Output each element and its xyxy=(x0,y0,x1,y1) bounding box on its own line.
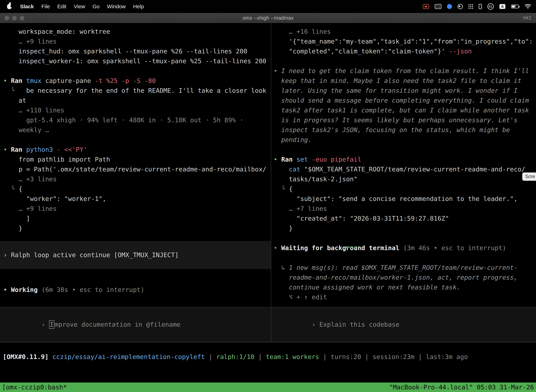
prompt-input-right[interactable]: › Explain this codebase xyxy=(271,307,536,342)
terminal-line: } xyxy=(3,223,271,233)
prompt-chevron-icon: › xyxy=(42,321,49,328)
terminal-line: } xyxy=(274,223,536,233)
terminal-line: workspace_mode: worktree xyxy=(3,27,271,37)
tmux-panes: workspace_mode: worktree … +9 lines insp… xyxy=(0,23,536,342)
menu-view[interactable]: View xyxy=(70,4,89,9)
screen-recording-dot xyxy=(425,6,427,7)
keyboard-icon[interactable] xyxy=(435,4,441,9)
close-button[interactable] xyxy=(5,16,9,20)
wifi-icon[interactable] xyxy=(524,4,531,9)
menu-edit[interactable]: Edit xyxy=(54,4,70,9)
menubar-status-icons: 61 A xyxy=(423,3,531,10)
blue-app-icon[interactable] xyxy=(447,4,452,9)
input-source-icon[interactable]: A xyxy=(499,4,505,9)
terminal-line: └ { xyxy=(274,184,536,194)
terminal-scrollback-left: workspace_mode: worktree … +9 lines insp… xyxy=(3,27,271,233)
terminal-line xyxy=(274,145,536,154)
terminal-line: └ { xyxy=(3,184,271,194)
apple-logo-icon[interactable] xyxy=(7,4,12,9)
terminal-line xyxy=(3,66,271,76)
terminal-line: gpt-5.4 xhigh · 94% left · 488K in · 5.1… xyxy=(3,115,271,125)
zoom-button[interactable] xyxy=(20,16,24,20)
terminal-line: from pathlib import Path xyxy=(3,154,271,164)
battery-nub xyxy=(519,6,520,8)
terminal-line: … +9 lines xyxy=(3,204,271,214)
terminal-line xyxy=(274,253,536,263)
menu-go[interactable]: Go xyxy=(89,4,103,9)
menu-window[interactable]: Window xyxy=(103,4,129,9)
percent-badge-icon[interactable]: 61 xyxy=(488,3,494,10)
terminal-line: "worker": "worker-1", xyxy=(3,194,271,204)
menu-app-name[interactable]: Slack xyxy=(16,4,38,9)
menu-file[interactable]: File xyxy=(38,4,53,9)
macos-menu-bar: Slack File Edit View Go Window Help 61 A xyxy=(0,0,536,13)
terminal-line: weekly … xyxy=(3,125,271,135)
tmux-session-label: [omx-cczip0:bash* xyxy=(2,383,67,392)
spinner-dot xyxy=(346,246,348,248)
terminal-line: "created_at": "2026-03-31T11:59:27.816Z" xyxy=(274,214,536,223)
spinner-dot xyxy=(354,246,356,248)
terminal-line: "subject": "send a concise recommendatio… xyxy=(274,194,536,204)
terminal-line: readme-and-reco/mailbox/worker-1.json, a… xyxy=(274,273,536,282)
input-text-right: Explain this codebase xyxy=(319,321,399,328)
omx-status-bar: [OMX#0.11.9] cczip/essay/ai-reimplementa… xyxy=(0,352,536,362)
terminal-line: at xyxy=(3,96,271,105)
terminal-line: cat "$OMX_TEAM_STATE_ROOT/team/review-cu… xyxy=(274,164,536,174)
terminal-line: inspect task2's JSON, focusing on the st… xyxy=(274,125,536,135)
terminal-pane-left[interactable]: workspace_mode: worktree … +9 lines insp… xyxy=(0,23,271,342)
terminal-line: • Ran python3 - <<'PY' xyxy=(3,145,271,154)
terminal-line: "completed","claim_token":"claim-token"}… xyxy=(274,46,536,56)
screen-capture-tooltip: Scre xyxy=(522,173,536,181)
menu-help[interactable]: Help xyxy=(129,4,148,9)
terminal-line: ⌥ + ↑ edit xyxy=(274,292,536,302)
terminal-line xyxy=(274,233,536,243)
terminal-line: … +16 lines xyxy=(274,27,536,37)
terminal-line: keep that in mind. Maybe I also need the… xyxy=(274,76,536,86)
terminal-line xyxy=(274,56,536,66)
terminal-line: continue assigned work or next feasible … xyxy=(274,282,536,292)
terminal-line: p = Path('.omx/state/team/review-current… xyxy=(3,164,271,174)
prompt-input-left[interactable]: › Improve documentation in @filename xyxy=(0,307,271,342)
terminal-line: tasks/task-2.json" xyxy=(274,174,536,184)
battery-icon[interactable] xyxy=(511,5,519,9)
terminal-line: └ be necessary for the end of the README… xyxy=(3,86,271,96)
tmux-status-bar: [omx-cczip0:bash* "MacBook-Pro-44.local"… xyxy=(0,383,536,392)
terminal-line: ↳ 1 new msg(s): read $OMX_TEAM_STATE_ROO… xyxy=(274,263,536,273)
terminal-line: inspect_worker-1: omx sparkshell --tmux-… xyxy=(3,56,271,66)
working-status: • Working (6m 38s • esc to interrupt) xyxy=(3,285,271,295)
terminal-line: should send a message before completing … xyxy=(274,96,536,105)
terminal-line: … +110 lines xyxy=(3,105,271,115)
terminal-line: '{"team_name":"my-team","task_id":"1","f… xyxy=(274,37,536,46)
window-shortcut-hint: ⌥⌘1 xyxy=(522,15,531,21)
prompt-chevron-icon: › xyxy=(312,321,319,328)
input-text-left: mprove documentation in @filename xyxy=(55,321,180,328)
apps-grid-icon[interactable] xyxy=(469,4,473,9)
terminal-line xyxy=(3,135,271,145)
terminal-line: pending. xyxy=(274,135,536,145)
terminal-line: … +7 lines xyxy=(274,204,536,214)
terminal-scrollback-right: … +16 lines '{"team_name":"my-team","tas… xyxy=(274,27,536,302)
phone-mirroring-icon[interactable] xyxy=(479,4,482,9)
disc-icon[interactable] xyxy=(458,4,463,9)
terminal-line: • Waiting for background terminal (3m 46… xyxy=(274,243,536,253)
text-cursor: I xyxy=(49,320,54,329)
terminal-line: … +9 lines xyxy=(3,37,271,46)
terminal-line: inspect_hud: omx sparkshell --tmux-pane … xyxy=(3,46,271,56)
terminal-pane-right[interactable]: … +16 lines '{"team_name":"my-team","tas… xyxy=(271,23,536,342)
screen-recording-icon[interactable] xyxy=(423,4,429,9)
minimize-button[interactable] xyxy=(12,16,17,20)
terminal-window: workspace_mode: worktree … +9 lines insp… xyxy=(0,23,536,392)
terminal-line: ] xyxy=(3,214,271,223)
terminal-line: • Ran set -euo pipefail xyxy=(274,154,536,164)
terminal-line: … +3 lines xyxy=(3,174,271,184)
tmux-host-clock: "MacBook-Pro-44.local" 05:03 31-Mar-26 xyxy=(389,383,534,392)
inject-banner-text: › Ralph loop active continue [OMX_TMUX_I… xyxy=(3,250,179,260)
terminal-line: is in progress? It seems likely but perh… xyxy=(274,115,536,125)
inject-banner: › Ralph loop active continue [OMX_TMUX_I… xyxy=(0,241,271,269)
window-title: omx --xhigh --madmax xyxy=(0,15,536,21)
terminal-line: task2 after task1 is complete, but can I… xyxy=(274,105,536,115)
terminal-line: • Ran tmux capture-pane -t %25 -p -S -80 xyxy=(3,76,271,86)
window-titlebar: omx --xhigh --madmax ⌥⌘1 xyxy=(0,13,536,23)
terminal-line: later. Using the same for transition mig… xyxy=(274,86,536,96)
terminal-line: • I need to get the claim token from the… xyxy=(274,66,536,76)
